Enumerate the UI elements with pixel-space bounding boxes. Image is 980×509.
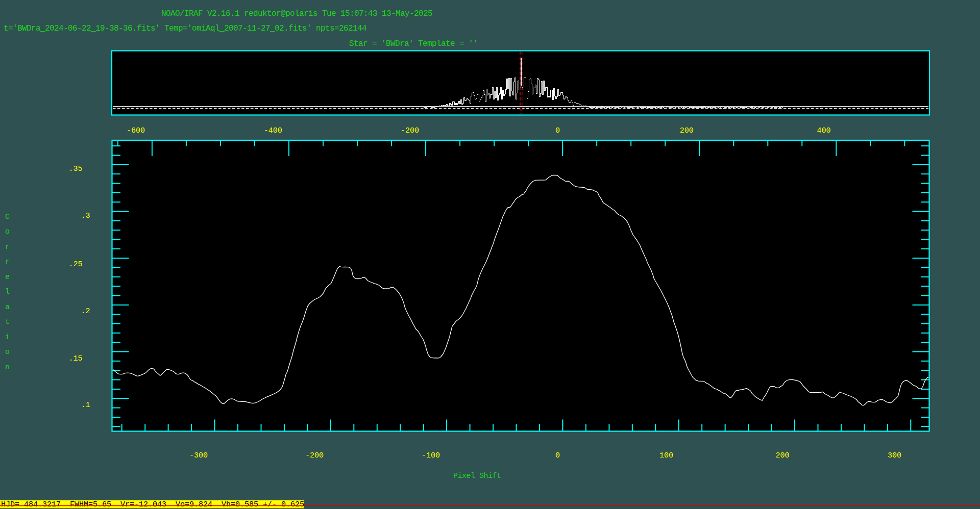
svg-text:Pixel Shift: Pixel Shift (453, 472, 501, 480)
svg-text:200: 200 (680, 126, 694, 135)
svg-text:r: r (5, 243, 10, 251)
svg-text:-400: -400 (264, 126, 282, 135)
svg-text:.35: .35 (69, 165, 83, 173)
svg-text:-100: -100 (422, 451, 440, 460)
svg-text:n: n (5, 363, 10, 372)
svg-text:400: 400 (817, 126, 831, 135)
svg-text:HJD= 484.3217 FWHM=5.65 Vr=-: HJD= 484.3217 FWHM=5.65 Vr=-12.043 Vo=9.… (1, 500, 304, 509)
svg-text:o: o (5, 348, 10, 357)
svg-text:300: 300 (888, 451, 901, 460)
svg-text:r: r (5, 258, 10, 266)
svg-text:i: i (5, 333, 10, 342)
svg-text:200: 200 (776, 451, 790, 460)
svg-text:C: C (5, 213, 10, 221)
svg-text:.2: .2 (81, 307, 90, 316)
svg-text:-200: -200 (401, 126, 419, 135)
svg-text:t: t (5, 318, 10, 326)
svg-text:o: o (5, 227, 10, 236)
svg-text:-600: -600 (127, 126, 145, 135)
svg-text:t='BWDra_2024-06-22_19-38-36.f: t='BWDra_2024-06-22_19-38-36.fits' Temp=… (4, 24, 366, 33)
svg-text:100: 100 (659, 451, 673, 460)
svg-text:.1: .1 (81, 401, 90, 410)
svg-text:l: l (5, 288, 10, 296)
svg-text:e: e (5, 273, 10, 282)
svg-text:.3: .3 (81, 212, 90, 220)
svg-text:NOAO/IRAF V2.16.1 reduktor@pol: NOAO/IRAF V2.16.1 reduktor@polaris Tue 1… (161, 9, 432, 18)
svg-text:-300: -300 (189, 451, 208, 460)
svg-text:Star = 'BWDra' Template = '': Star = 'BWDra' Template = '' (349, 39, 478, 48)
svg-text:-200: -200 (305, 451, 324, 460)
svg-text:a: a (5, 303, 10, 312)
svg-text:0: 0 (555, 126, 560, 135)
svg-text:.15: .15 (69, 354, 83, 363)
svg-text:.25: .25 (69, 260, 83, 269)
svg-text:0: 0 (555, 451, 560, 460)
